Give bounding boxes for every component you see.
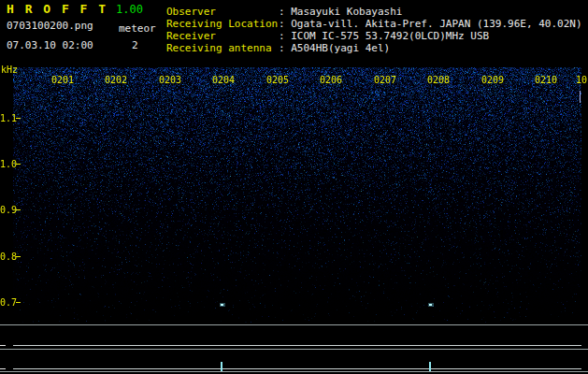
signal-streak: [580, 91, 581, 103]
freq-tick-mark: [16, 209, 21, 210]
time-tick-label: 0206: [320, 75, 342, 85]
info-value: : Masayuki Kobayashi: [279, 6, 402, 18]
info-row-receiver: Receiver: ICOM IC-575 53.7492(0LCD)MHz U…: [166, 30, 582, 42]
info-value: : Ogata-vill. Akita-Pref. JAPAN (139.96E…: [279, 18, 582, 30]
spectrogram-canvas: [13, 67, 581, 323]
app-version: 1.00: [116, 3, 143, 16]
signal-level-baseline: [13, 345, 581, 346]
strip-border-line: [0, 349, 588, 350]
info-label: Receiving Location: [166, 18, 279, 30]
time-tick-label: 0202: [105, 75, 127, 85]
freq-tick-label: 0.9: [0, 205, 17, 215]
info-row-antenna: Receiving antenna: A504HB(yagi 4el): [166, 42, 582, 54]
info-row-observer: Observer: Masayuki Kobayashi: [166, 6, 582, 18]
meteor-echo-tick: [221, 362, 222, 371]
freq-tick-mark: [16, 164, 21, 165]
freq-tick-mark: [16, 302, 21, 303]
time-tick-label: 0208: [427, 75, 450, 85]
freq-tick-label: 0.7: [0, 297, 17, 308]
time-tick-label: 0209: [481, 75, 504, 85]
freq-tick-mark: [16, 256, 21, 257]
info-label: Observer: [166, 6, 279, 18]
info-value: : ICOM IC-575 53.7492(0LCD)MHz USB: [279, 30, 489, 42]
info-value: : A504HB(yagi 4el): [279, 42, 390, 54]
time-tick-label: 0210: [535, 75, 557, 85]
meteor-echo-tick: [429, 362, 431, 371]
time-tick-label: 0201: [51, 75, 74, 85]
baseline-left-tick: [0, 345, 6, 346]
freq-tick-mark: [16, 118, 21, 119]
strip-border-line: [0, 324, 588, 325]
freq-tick-label: 0.8: [0, 252, 17, 262]
observer-info-block: Observer: Masayuki Kobayashi Receiving L…: [166, 6, 582, 54]
time-tick-label: 0204: [212, 75, 235, 85]
freq-tick-label: 1.1: [0, 113, 17, 123]
baseline-left-tick: [0, 368, 6, 369]
output-filename: 0703100200.png: [7, 20, 93, 32]
strip-border-line: [0, 371, 588, 372]
freq-axis-unit: kHz: [1, 65, 18, 75]
info-row-location: Receiving Location: Ogata-vill. Akita-Pr…: [166, 18, 582, 30]
freq-tick-label: 1.0: [0, 159, 17, 169]
hrofft-stage: H R O F F T 1.00 0703100200.png meteor 0…: [0, 0, 588, 374]
observation-datetime: 07.03.10 02:00: [7, 39, 93, 51]
info-label: Receiving antenna: [166, 42, 279, 54]
time-tick-label-partial: 10: [576, 75, 587, 85]
info-label: Receiver: [166, 30, 279, 42]
mode-label: meteor: [119, 22, 156, 35]
time-tick-label: 0207: [374, 75, 396, 85]
time-tick-label: 0205: [266, 75, 289, 85]
app-title: H R O F F T: [7, 2, 108, 16]
meteor-count-value: 2: [132, 39, 138, 51]
count-strip-baseline: [13, 368, 581, 369]
time-tick-label: 0203: [159, 75, 181, 85]
